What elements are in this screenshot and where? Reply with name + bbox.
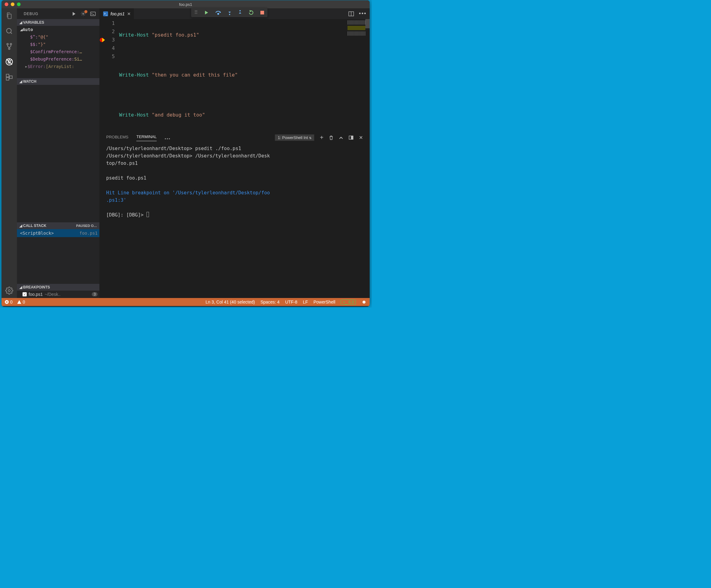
variable-row[interactable]: ▸ $Error: [ArrayList:: [17, 63, 100, 70]
debug-toolbar[interactable]: ⠿: [191, 8, 267, 17]
svg-rect-15: [260, 11, 264, 15]
status-errors[interactable]: 0: [5, 299, 13, 304]
step-out-button[interactable]: [238, 10, 242, 15]
variables-body: ◢ Auto $^: "@{" $$: "}" $ConfirmPreferen…: [17, 26, 100, 78]
breakpoint-marker[interactable]: [100, 36, 106, 44]
panel-tabs: PROBLEMS TERMINAL ••• 1: PowerShell Int …: [100, 131, 370, 141]
panel: PROBLEMS TERMINAL ••• 1: PowerShell Int …: [100, 131, 370, 298]
explorer-icon[interactable]: [5, 12, 14, 20]
maximize-panel-icon[interactable]: [349, 136, 353, 140]
config-badge: [84, 10, 87, 13]
tab-problems[interactable]: PROBLEMS: [106, 135, 128, 141]
panel-chevron-up-icon[interactable]: [339, 136, 343, 139]
code-editor[interactable]: 1 2 3 4 5 Write-Host "psedit foo.ps1" Wr…: [100, 19, 370, 131]
vscode-window: foo.ps1: [2, 0, 370, 307]
status-warnings[interactable]: 0: [17, 299, 25, 304]
close-tab-icon[interactable]: ✕: [127, 12, 131, 16]
svg-point-0: [6, 28, 11, 33]
svg-point-10: [83, 13, 84, 14]
status-encoding[interactable]: UTF-8: [285, 299, 297, 304]
tab-terminal[interactable]: TERMINAL: [136, 134, 157, 141]
variables-section-header[interactable]: ◢VARIABLES: [17, 19, 100, 26]
more-actions-icon[interactable]: •••: [359, 10, 367, 17]
code-lines[interactable]: Write-Host "psedit foo.ps1" Write-Host "…: [119, 19, 370, 131]
powershell-file-icon: >_: [103, 12, 108, 16]
activity-bar: [2, 8, 17, 298]
tab-bar: >_ foo.ps1 ✕ ⠿ •••: [100, 8, 370, 19]
search-icon[interactable]: [5, 27, 14, 36]
status-eol[interactable]: LF: [303, 299, 308, 304]
variable-scope-auto[interactable]: ◢ Auto: [17, 26, 100, 33]
restart-button[interactable]: [249, 10, 254, 15]
window-title: foo.ps1: [2, 2, 370, 7]
status-powershell-version[interactable]: >_ 6.0: [341, 299, 356, 305]
step-into-button[interactable]: [228, 10, 232, 15]
callstack-frame[interactable]: <ScriptBlock> foo.ps1: [17, 229, 100, 237]
status-indent[interactable]: Spaces: 4: [260, 299, 279, 304]
split-editor-icon[interactable]: [348, 12, 354, 16]
terminal-body[interactable]: /Users/tylerleonhardt/Desktop> psedit ./…: [100, 141, 370, 298]
status-cursor-position[interactable]: Ln 3, Col 41 (40 selected): [206, 299, 255, 304]
debug-icon[interactable]: [5, 58, 14, 66]
status-bar: 0 0 Ln 3, Col 41 (40 selected) Spaces: 4…: [2, 298, 370, 306]
minimap[interactable]: [347, 20, 365, 36]
close-panel-icon[interactable]: ✕: [359, 135, 363, 140]
svg-point-2: [10, 43, 12, 45]
svg-rect-6: [6, 74, 9, 77]
breakpoint-gutter[interactable]: [100, 19, 106, 131]
titlebar: foo.ps1: [2, 0, 370, 8]
svg-point-14: [239, 10, 241, 12]
step-over-button[interactable]: [215, 10, 221, 15]
continue-button[interactable]: [204, 10, 209, 15]
variable-row[interactable]: $^: "@{": [17, 33, 100, 41]
scroll-thumb[interactable]: [365, 19, 370, 28]
debug-sidebar: DEBUG ◢VARIABLES ◢ Auto $^: "@{" $$: "}": [17, 8, 100, 298]
svg-point-1: [7, 43, 8, 45]
svg-point-9: [8, 290, 10, 292]
status-language[interactable]: PowerShell: [313, 299, 335, 304]
callstack-body: <ScriptBlock> foo.ps1: [17, 229, 100, 284]
svg-rect-11: [90, 12, 95, 16]
svg-rect-18: [351, 136, 353, 139]
panel-overflow-icon[interactable]: •••: [165, 137, 171, 141]
terminal-cursor: [147, 212, 149, 217]
callstack-section-header[interactable]: ◢CALL STACK PAUSED O…: [17, 222, 100, 229]
svg-rect-8: [9, 76, 12, 79]
svg-point-13: [229, 14, 230, 15]
stop-button[interactable]: [260, 10, 264, 15]
settings-gear-icon[interactable]: [5, 286, 14, 295]
extensions-icon[interactable]: [5, 73, 14, 82]
terminal-selector[interactable]: 1: PowerShell Int ⇅: [275, 134, 314, 141]
breakpoints-section-header[interactable]: ◢BREAKPOINTS: [17, 284, 100, 291]
variable-row[interactable]: $ConfirmPreference: …: [17, 48, 100, 55]
editor-group: >_ foo.ps1 ✕ ⠿ •••: [100, 8, 370, 298]
breakpoint-row[interactable]: ✓ foo.ps1 ~/Desk.. 3: [17, 291, 100, 298]
start-debug-icon[interactable]: [71, 12, 76, 16]
svg-rect-7: [6, 77, 9, 80]
debug-title: DEBUG: [24, 12, 71, 16]
line-number-gutter: 1 2 3 4 5: [106, 19, 119, 131]
variable-row[interactable]: $DebugPreference: Si…: [17, 55, 100, 63]
debug-config-icon[interactable]: [81, 11, 86, 16]
debug-header: DEBUG: [17, 8, 100, 19]
svg-point-3: [8, 48, 10, 49]
kill-terminal-icon[interactable]: [329, 135, 333, 140]
source-control-icon[interactable]: [5, 42, 14, 51]
drag-handle-icon[interactable]: ⠿: [194, 9, 198, 15]
watch-body: [17, 85, 100, 222]
new-terminal-icon[interactable]: +: [320, 134, 323, 141]
svg-point-12: [218, 13, 219, 15]
debug-console-icon[interactable]: [90, 12, 96, 16]
breakpoint-checkbox[interactable]: ✓: [22, 292, 27, 296]
tab-foo-ps1[interactable]: >_ foo.ps1 ✕: [100, 8, 134, 19]
watch-section-header[interactable]: ◢WATCH: [17, 78, 100, 85]
status-feedback-icon[interactable]: ☻: [361, 299, 367, 305]
variable-row[interactable]: $$: "}": [17, 41, 100, 48]
